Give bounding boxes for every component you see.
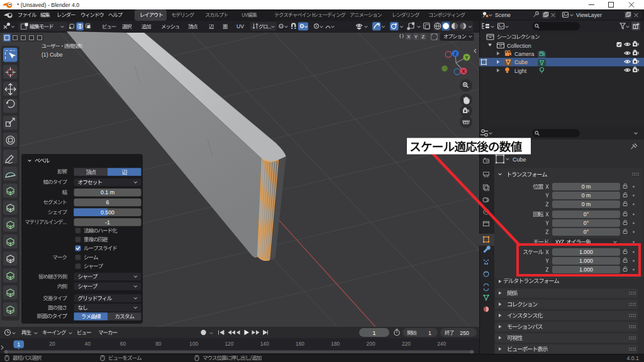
svg-text:Scene: Scene bbox=[495, 12, 511, 18]
svg-text:240: 240 bbox=[437, 341, 446, 347]
svg-text:160: 160 bbox=[296, 341, 304, 347]
svg-text:0 m: 0 m bbox=[582, 201, 591, 207]
svg-text:Z: Z bbox=[421, 34, 425, 40]
svg-text:0°: 0° bbox=[584, 220, 589, 226]
svg-text:Light: Light bbox=[514, 68, 527, 74]
svg-text:20: 20 bbox=[49, 341, 55, 347]
svg-text:1.000: 1.000 bbox=[579, 258, 593, 264]
svg-text:250: 250 bbox=[460, 330, 469, 336]
svg-text:Y: Y bbox=[414, 34, 418, 40]
svg-text:ViewLayer: ViewLayer bbox=[576, 12, 602, 18]
svg-text:1.000: 1.000 bbox=[579, 266, 593, 273]
svg-text:Cube: Cube bbox=[513, 156, 526, 163]
svg-text:80: 80 bbox=[155, 341, 162, 347]
svg-text:100: 100 bbox=[189, 341, 198, 347]
svg-text:Cube: Cube bbox=[514, 59, 528, 65]
svg-text:-1: -1 bbox=[105, 219, 110, 226]
svg-text:(1) Cube: (1) Cube bbox=[42, 52, 63, 58]
svg-text:X: X bbox=[407, 34, 410, 40]
svg-text:* (Unsaved) - Blender 4.0: * (Unsaved) - Blender 4.0 bbox=[17, 2, 79, 8]
svg-text:40: 40 bbox=[85, 341, 91, 347]
svg-text:Collection: Collection bbox=[507, 43, 531, 49]
svg-text:6: 6 bbox=[106, 199, 109, 206]
svg-text:Y: Y bbox=[465, 55, 468, 60]
svg-text:140: 140 bbox=[260, 341, 269, 347]
svg-text:220: 220 bbox=[402, 341, 411, 347]
svg-text:1: 1 bbox=[428, 330, 431, 336]
svg-text:180: 180 bbox=[331, 341, 340, 347]
svg-text:0 m: 0 m bbox=[582, 192, 591, 199]
svg-text:120: 120 bbox=[225, 341, 233, 347]
svg-text:X: X bbox=[462, 69, 465, 74]
svg-text:UV: UV bbox=[236, 23, 244, 30]
svg-text:Camera: Camera bbox=[514, 51, 534, 57]
svg-text:0°: 0° bbox=[584, 229, 589, 235]
svg-text:Z: Z bbox=[454, 51, 457, 57]
svg-text:4.0.1: 4.0.1 bbox=[626, 355, 639, 361]
svg-text:1: 1 bbox=[372, 330, 375, 336]
svg-text:1: 1 bbox=[17, 341, 20, 348]
svg-text:200: 200 bbox=[367, 341, 375, 347]
svg-text:0.1 m: 0.1 m bbox=[101, 189, 114, 195]
svg-text:0 m: 0 m bbox=[582, 184, 591, 190]
svg-text:0.500: 0.500 bbox=[101, 209, 114, 216]
svg-text:60: 60 bbox=[120, 341, 126, 347]
svg-text:1.000: 1.000 bbox=[579, 249, 593, 255]
svg-text:0°: 0° bbox=[584, 211, 589, 217]
